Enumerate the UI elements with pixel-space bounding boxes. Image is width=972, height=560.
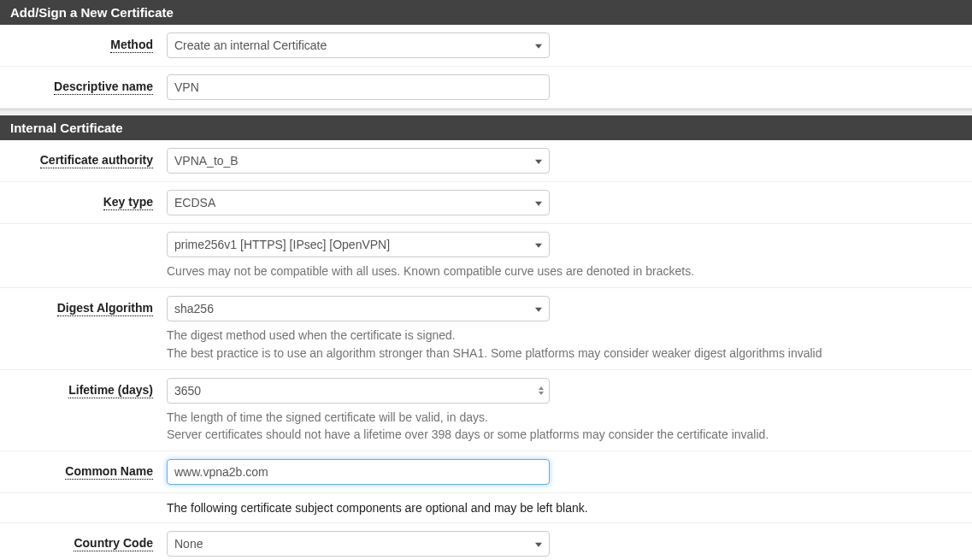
lifetime-label: Lifetime (days)	[68, 383, 153, 398]
row-ca: Certificate authority VPNA_to_B	[0, 140, 972, 182]
ca-select[interactable]: VPNA_to_B	[167, 148, 550, 174]
panel-header-internal-cert: Internal Certificate	[0, 115, 972, 140]
lifetime-help: The length of time the signed certificat…	[167, 409, 962, 444]
method-select[interactable]: Create an internal Certificate	[167, 32, 550, 58]
descriptive-name-input[interactable]	[167, 74, 550, 100]
key-type-select[interactable]: ECDSA	[167, 190, 550, 215]
country-label: Country Code	[74, 536, 153, 551]
curve-help: Curves may not be compatible with all us…	[167, 262, 962, 280]
common-name-input[interactable]	[167, 459, 550, 485]
row-common-name: Common Name	[0, 451, 972, 493]
panel-header-add-sign: Add/Sign a New Certificate	[0, 0, 972, 25]
section-divider	[0, 109, 972, 115]
row-method: Method Create an internal Certificate	[0, 25, 972, 67]
curve-select[interactable]: prime256v1 [HTTPS] [IPsec] [OpenVPN]	[167, 232, 550, 257]
country-select[interactable]: None	[167, 531, 550, 557]
row-lifetime: Lifetime (days) The length of time the s…	[0, 370, 972, 452]
row-country: Country Code None	[0, 523, 972, 560]
digest-help: The digest method used when the certific…	[167, 327, 962, 362]
digest-label: Digest Algorithm	[57, 301, 153, 316]
optional-subject-note: The following certificate subject compon…	[167, 501, 962, 515]
ca-label: Certificate authority	[40, 153, 153, 168]
row-curve: prime256v1 [HTTPS] [IPsec] [OpenVPN] Cur…	[0, 224, 972, 288]
row-digest: Digest Algorithm sha256 The digest metho…	[0, 288, 972, 370]
lifetime-input[interactable]	[167, 378, 550, 404]
row-key-type: Key type ECDSA	[0, 182, 972, 224]
key-type-label: Key type	[103, 195, 153, 210]
descriptive-name-label: Descriptive name	[54, 80, 153, 95]
digest-select[interactable]: sha256	[167, 296, 550, 321]
method-label: Method	[110, 38, 153, 53]
row-descriptive-name: Descriptive name	[0, 67, 972, 109]
row-optional-note: The following certificate subject compon…	[0, 493, 972, 523]
common-name-label: Common Name	[65, 464, 153, 480]
